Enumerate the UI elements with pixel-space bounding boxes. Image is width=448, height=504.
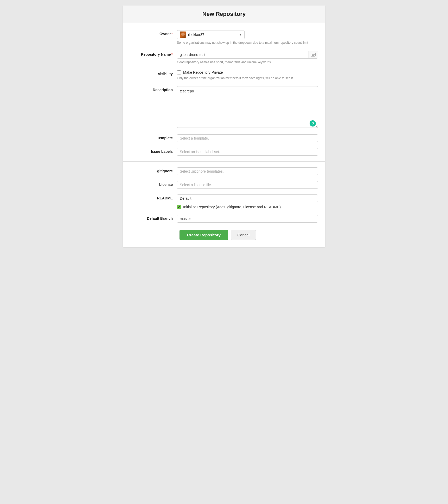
chevron-down-icon: ▼ [239,33,242,36]
license-row: License [123,181,325,189]
owner-avatar [180,32,186,38]
private-checkbox[interactable] [177,70,181,74]
visibility-label: Visibility [130,70,177,76]
form-divider [123,161,325,162]
default-branch-row: Default Branch [123,215,325,223]
template-row: Template [123,134,325,142]
description-content: test repo G [177,86,318,129]
license-label: License [130,181,177,187]
owner-label: Owner* [130,30,177,36]
description-label: Description [130,86,177,92]
default-branch-content [177,215,318,223]
gitignore-row: .gitignore [123,167,325,175]
page-title: New Repository [129,11,319,17]
template-input[interactable] [177,134,318,142]
license-input[interactable] [177,181,318,189]
visibility-helper: Only the owner or the organization membe… [177,76,318,80]
gitignore-content [177,167,318,175]
description-row: Description test repo G [123,86,325,129]
template-content [177,134,318,142]
readme-label: README [130,194,177,200]
default-branch-label: Default Branch [130,215,177,221]
repo-name-icon [309,51,318,58]
description-textarea-wrapper: test repo G [177,86,318,129]
owner-name: rbekker87 [188,33,237,37]
visibility-row: Visibility Make Repository Private Only … [123,70,325,80]
visibility-content: Make Repository Private Only the owner o… [177,70,318,80]
repo-name-helper: Good repository names use short, memorab… [177,60,318,65]
issue-labels-label: Issue Labels [130,148,177,154]
readme-content: Initialize Repository (Adds .gitignore, … [177,194,318,209]
repo-name-content: Good repository names use short, memorab… [177,51,318,65]
issue-labels-row: Issue Labels [123,148,325,156]
owner-select[interactable]: rbekker87 ▼ [177,30,245,39]
gitignore-input[interactable] [177,167,318,175]
init-checkbox[interactable] [177,205,181,209]
init-row: Initialize Repository (Adds .gitignore, … [177,205,318,209]
readme-input[interactable] [177,194,318,202]
license-content [177,181,318,189]
issue-labels-input[interactable] [177,148,318,156]
grammarly-icon: G [310,120,316,127]
visibility-check-row: Make Repository Private [177,70,318,74]
default-branch-input[interactable] [177,215,318,223]
page-header: New Repository [123,5,325,23]
cancel-button[interactable]: Cancel [231,230,256,240]
description-input[interactable]: test repo [177,86,318,128]
create-repository-button[interactable]: Create Repository [180,230,228,240]
repo-name-input-wrapper [177,51,318,59]
init-label[interactable]: Initialize Repository (Adds .gitignore, … [183,205,281,209]
template-label: Template [130,134,177,140]
private-checkbox-label[interactable]: Make Repository Private [177,70,223,74]
owner-content: rbekker87 ▼ Some organizations may not s… [177,30,318,45]
button-row: Create Repository Cancel [123,230,325,240]
new-repo-container: New Repository Owner* rbekker87 ▼ Some o… [123,5,325,248]
gitignore-label: .gitignore [130,167,177,173]
repo-name-label: Repository Name* [130,51,177,56]
form-body: Owner* rbekker87 ▼ Some organizations ma… [123,23,325,247]
owner-row: Owner* rbekker87 ▼ Some organizations ma… [123,30,325,45]
readme-row: README Initialize Repository (Adds .giti… [123,194,325,209]
repo-name-input[interactable] [177,51,309,58]
repo-name-row: Repository Name* Good repository names u… [123,51,325,65]
issue-labels-content [177,148,318,156]
owner-helper: Some organizations may not show up in th… [177,40,318,45]
